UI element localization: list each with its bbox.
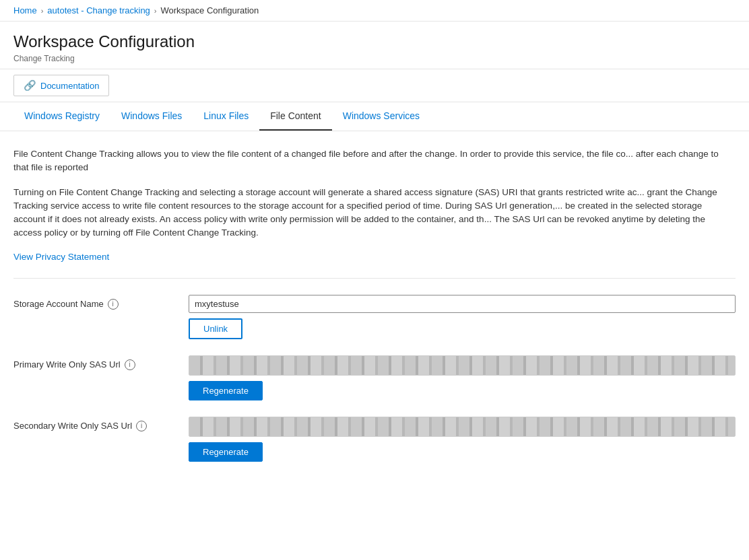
primary-sas-controls: Regenerate: [189, 355, 736, 400]
primary-sas-row: Primary Write Only SAS Url i Regenerate: [13, 355, 736, 400]
primary-sas-label: Primary Write Only SAS Url i: [13, 355, 175, 370]
storage-account-row: Storage Account Name i Unlink: [13, 295, 736, 339]
link-icon: 🔗: [24, 79, 36, 92]
tab-linux-files[interactable]: Linux Files: [193, 102, 259, 131]
secondary-sas-controls: Regenerate: [189, 417, 736, 462]
description-text-2: Turning on File Content Change Tracking …: [13, 186, 736, 240]
breadcrumb-sep-2: ›: [154, 7, 157, 15]
section-divider: [13, 278, 736, 279]
primary-sas-info-icon[interactable]: i: [125, 359, 135, 370]
description-text-1: File Content Change Tracking allows you …: [13, 147, 736, 175]
breadcrumb: Home › autotest - Change tracking › Work…: [0, 0, 749, 22]
documentation-label: Documentation: [40, 81, 99, 91]
storage-account-controls: Unlink: [189, 295, 736, 339]
storage-account-label: Storage Account Name i: [13, 295, 175, 310]
tab-windows-services[interactable]: Windows Services: [332, 102, 430, 131]
storage-account-info-icon[interactable]: i: [108, 299, 119, 310]
breadcrumb-home[interactable]: Home: [13, 5, 37, 15]
tab-file-content[interactable]: File Content: [259, 102, 331, 131]
regenerate-secondary-button[interactable]: Regenerate: [189, 442, 263, 462]
page-header: Workspace Configuration Change Tracking: [0, 22, 749, 69]
page-title: Workspace Configuration: [13, 32, 736, 51]
secondary-sas-label: Secondary Write Only SAS Url i: [13, 417, 175, 431]
tabs-bar: Windows Registry Windows Files Linux Fil…: [0, 102, 749, 131]
breadcrumb-sep-1: ›: [41, 7, 44, 15]
primary-sas-value-blurred: [189, 355, 736, 376]
regenerate-primary-button[interactable]: Regenerate: [189, 381, 263, 400]
breadcrumb-current: Workspace Configuration: [161, 5, 259, 15]
tab-windows-files[interactable]: Windows Files: [110, 102, 193, 131]
main-content: File Content Change Tracking allows you …: [0, 131, 749, 494]
tab-windows-registry[interactable]: Windows Registry: [13, 102, 110, 131]
privacy-link[interactable]: View Privacy Statement: [13, 252, 109, 262]
breadcrumb-autotest[interactable]: autotest - Change tracking: [47, 5, 150, 15]
toolbar: 🔗 Documentation: [0, 69, 749, 102]
unlink-button[interactable]: Unlink: [189, 318, 242, 339]
secondary-sas-row: Secondary Write Only SAS Url i Regenerat…: [13, 417, 736, 462]
description-section: File Content Change Tracking allows you …: [13, 147, 736, 262]
storage-account-input[interactable]: [189, 295, 736, 313]
page-subtitle: Change Tracking: [13, 54, 736, 63]
secondary-sas-info-icon[interactable]: i: [136, 421, 147, 431]
secondary-sas-value-blurred: [189, 417, 736, 437]
documentation-button[interactable]: 🔗 Documentation: [13, 75, 109, 96]
